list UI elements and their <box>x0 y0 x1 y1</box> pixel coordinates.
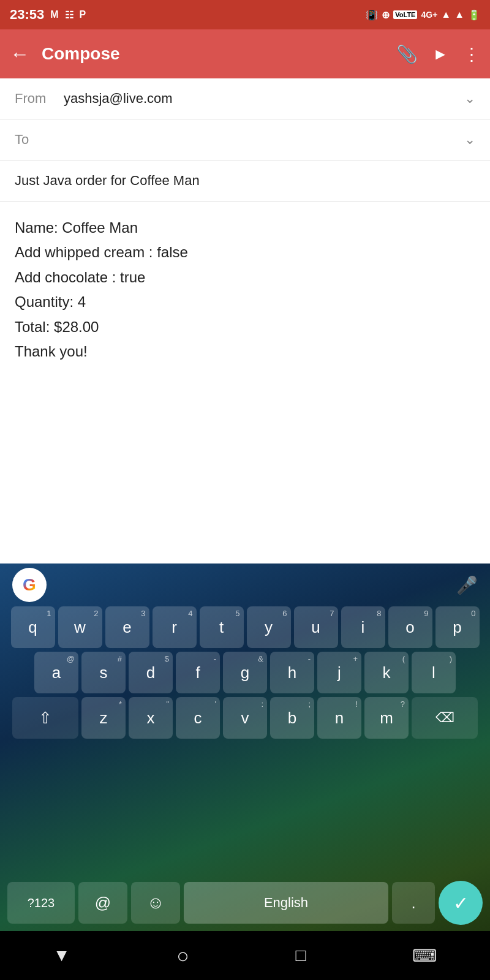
key-n[interactable]: !n <box>317 697 361 739</box>
volte-badge: VoLTE <box>393 10 417 19</box>
email-form: From yashsja@live.com ⌄ To ⌄ Just Java o… <box>0 78 490 422</box>
body-field[interactable]: Name: Coffee Man Add whipped cream : fal… <box>0 202 490 422</box>
key-k[interactable]: (k <box>364 652 409 693</box>
key-d[interactable]: $d <box>129 652 173 693</box>
key-t[interactable]: 5t <box>200 606 244 648</box>
key-f[interactable]: -f <box>176 652 220 693</box>
key-s[interactable]: #s <box>81 652 126 693</box>
mic-icon[interactable]: 🎤 <box>456 575 478 595</box>
body-line-4: Quantity: 4 <box>15 290 475 314</box>
key-row-3: ⇧ *z "x 'c :v ;b !n ?m ⌫ <box>4 697 486 739</box>
keyboard-nav-button[interactable]: ⌨ <box>412 946 437 966</box>
period-key[interactable]: . <box>392 882 435 924</box>
key-a[interactable]: @a <box>34 652 78 693</box>
body-line-3: Add chocolate : true <box>15 266 475 289</box>
google-logo: G <box>12 568 47 602</box>
keyboard-rows: 1q 2w 3e 4r 5t 6y 7u 8i 9o 0p @a #s $d -… <box>0 606 490 742</box>
attach-button[interactable]: 📎 <box>396 44 418 64</box>
compose-title: Compose <box>42 44 384 64</box>
key-v[interactable]: :v <box>223 697 267 739</box>
home-nav-button[interactable]: ○ <box>176 944 189 968</box>
app-bar: ← Compose 📎 ► ⋮ <box>0 29 490 78</box>
from-chevron-icon[interactable]: ⌄ <box>464 91 475 107</box>
space-key[interactable]: English <box>184 882 388 924</box>
send-button[interactable]: ► <box>432 45 448 64</box>
key-p[interactable]: 0p <box>435 606 480 648</box>
key-y[interactable]: 6y <box>247 606 291 648</box>
key-z[interactable]: *z <box>81 697 126 739</box>
to-label: To <box>15 132 64 148</box>
signal-icon-2: ▲ <box>454 9 464 20</box>
enter-key[interactable]: ✓ <box>439 881 483 925</box>
emoji-key[interactable]: ☺ <box>131 882 180 924</box>
numeric-key[interactable]: ?123 <box>7 882 75 924</box>
key-x[interactable]: "x <box>129 697 173 739</box>
back-button[interactable]: ← <box>10 43 29 66</box>
body-line-1: Name: Coffee Man <box>15 216 475 239</box>
gboard-toolbar: G 🎤 <box>0 564 490 606</box>
more-button[interactable]: ⋮ <box>463 44 480 64</box>
status-left: 23:53 M ☷ P <box>10 7 86 23</box>
subject-field[interactable]: Just Java order for Coffee Man <box>0 160 490 202</box>
body-line-5: Total: $28.00 <box>15 315 475 339</box>
nav-bar: ▼ ○ □ ⌨ <box>0 931 490 980</box>
key-j[interactable]: +j <box>317 652 361 693</box>
key-r[interactable]: 4r <box>153 606 197 648</box>
shift-key[interactable]: ⇧ <box>12 697 78 739</box>
status-right: 📳 ⊕ VoLTE 4G+ ▲ ▲ 🔋 <box>366 9 480 21</box>
key-c[interactable]: 'c <box>176 697 220 739</box>
keyboard-area: G 🎤 1q 2w 3e 4r 5t 6y 7u 8i 9o 0p @a #s … <box>0 564 490 980</box>
app-bar-actions: 📎 ► ⋮ <box>396 44 480 64</box>
key-l[interactable]: )l <box>412 652 456 693</box>
key-row-1: 1q 2w 3e 4r 5t 6y 7u 8i 9o 0p <box>4 606 486 648</box>
keyboard-bottom-row: ?123 @ ☺ English . ✓ <box>0 881 490 925</box>
from-label: From <box>15 91 64 107</box>
google-news-icon: ☷ <box>65 9 74 21</box>
back-nav-button[interactable]: ▼ <box>53 946 70 965</box>
key-o[interactable]: 9o <box>388 606 432 648</box>
signal-icon-1: ▲ <box>441 9 451 20</box>
from-value[interactable]: yashsja@live.com <box>64 91 464 107</box>
recent-nav-button[interactable]: □ <box>296 946 306 965</box>
key-u[interactable]: 7u <box>294 606 338 648</box>
status-bar: 23:53 M ☷ P 📳 ⊕ VoLTE 4G+ ▲ ▲ 🔋 <box>0 0 490 29</box>
from-field: From yashsja@live.com ⌄ <box>0 78 490 119</box>
at-key[interactable]: @ <box>78 882 127 924</box>
to-field: To ⌄ <box>0 119 490 160</box>
key-h[interactable]: -h <box>270 652 314 693</box>
key-g[interactable]: &g <box>223 652 267 693</box>
gmail-icon: M <box>50 9 58 20</box>
body-line-2: Add whipped cream : false <box>15 241 475 264</box>
key-row-2: @a #s $d -f &g -h +j (k )l <box>4 652 486 693</box>
key-b[interactable]: ;b <box>270 697 314 739</box>
key-i[interactable]: 8i <box>341 606 385 648</box>
4g-icon: 4G+ <box>421 10 437 20</box>
to-chevron-icon[interactable]: ⌄ <box>464 132 475 148</box>
battery-icon: 🔋 <box>468 9 480 21</box>
key-q[interactable]: 1q <box>11 606 55 648</box>
status-time: 23:53 <box>10 7 44 23</box>
hotspot-icon: ⊕ <box>382 9 390 21</box>
body-line-6: Thank you! <box>15 340 475 363</box>
parking-icon: P <box>80 9 86 20</box>
key-m[interactable]: ?m <box>364 697 409 739</box>
backspace-key[interactable]: ⌫ <box>412 697 478 739</box>
vibrate-icon: 📳 <box>366 9 378 21</box>
key-e[interactable]: 3e <box>105 606 149 648</box>
key-w[interactable]: 2w <box>58 606 102 648</box>
